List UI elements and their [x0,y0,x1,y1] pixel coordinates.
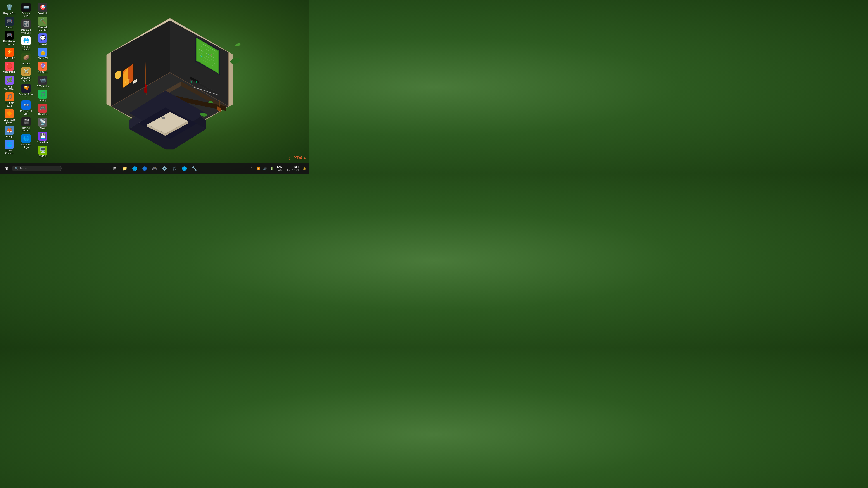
clock[interactable]: 13:1 16/12/2024 [285,164,301,173]
download-icon: ⬇ [304,156,306,160]
taskbar-icon-steam-tb[interactable]: 🎮 [150,164,159,173]
desktop-icon-riot-client[interactable]: 🎮Riot Client [34,103,51,117]
taskbar-left: ⊞ 🔍 Search [2,164,62,173]
svg-marker-12 [128,64,133,84]
desktop-icon-obs[interactable]: 📹OBS Studio [34,75,51,89]
taskbar: ⊞ 🔍 Search ⊞📁🌐🔵🎮⚙️🎵🌐🔧 ^ 📶 🔊 🔋 ENG GA 13:… [0,163,309,174]
icon-label-sidequest: SideQuest [37,71,48,74]
icon-img-asio4all: 🎛️ [22,20,31,29]
icon-label-brotato: Brotato [22,62,30,65]
icon-img-google-chrome: 🌐 [22,36,31,45]
icon-label-asio4all: ASIO4ALL Web Site [19,29,33,34]
icon-label-faceit: FACEIT AC [4,57,15,60]
icon-label-ms-edge: Microsoft Edge [19,144,33,149]
svg-point-57 [235,42,241,47]
icon-label-riot-client: Riot Client [37,113,48,116]
xda-text: XDA [294,156,303,160]
xda-watermark: ⬚ XDA ⬇ [289,155,306,161]
icon-label-obs: OBS Studio [37,85,49,88]
icon-img-floorp: 🦊 [5,126,14,135]
icon-img-brotato: 🥔 [22,53,31,62]
icon-img-steam: 🎮 [5,17,14,26]
desktop-icon-asio4all[interactable]: 🎛️ASIO4ALL Web Site [18,19,34,35]
icon-label-discord: Discord [39,43,46,46]
desktop-icon-deadlock[interactable]: 🎯Deadlock [34,2,51,16]
battery-icon[interactable]: 🔋 [269,165,275,172]
desktop-icon-fl-studio[interactable]: 🎵FL Studio 2024 [1,91,18,108]
icon-img-valorant: 🔴 [5,62,14,70]
icon-img-league-of-legends: ⚔️ [22,67,31,76]
clock-time: 13:1 [294,165,299,169]
desktop-icon-valorant[interactable]: 🔴VALORANT [1,61,18,75]
taskbar-icon-chrome-tb2[interactable]: 🌐 [180,164,189,173]
language-region: GA [278,169,282,172]
taskbar-icon-file-explorer[interactable]: ⊞ [110,164,119,173]
icon-label-nordvpn: NordVPN [38,57,48,60]
icon-img-fl-studio: 🎵 [5,92,14,101]
notification-chevron[interactable]: ^ [249,164,254,173]
icon-label-lively: Lively Wallpaper [2,85,17,91]
taskbar-icon-edge-tb[interactable]: 🔵 [140,164,149,173]
icon-img-riot-client: 🎮 [38,103,47,113]
desktop-icon-floorp[interactable]: 🦊Floorp [1,125,18,139]
start-button[interactable]: ⊞ [2,164,11,173]
taskbar-icon-chrome-tb[interactable]: 🌐 [130,164,139,173]
taskbar-icon-folder[interactable]: 📁 [120,164,129,173]
taskbar-icon-spotify-tb[interactable]: 🎵 [170,164,179,173]
icon-img-recycle-bin: 🗑️ [5,3,14,12]
icon-img-faceit: ⚡ [5,48,14,57]
language-indicator[interactable]: ENG GA [276,165,284,172]
svg-marker-5 [106,52,111,106]
desktop-icon-adam-chrome[interactable]: 🌐Adam - Chrome [1,139,18,156]
desktop-icon-google-chrome[interactable]: 🌐Google Chrome [18,35,34,52]
icon-label-fl-studio: FL Studio 2024 [2,102,17,107]
icon-img-glorious-core: ⌨️ [22,3,31,12]
icon-label-steam: Steam [6,26,13,29]
desktop-icon-tixati[interactable]: 📡Tixati [34,117,51,131]
desktop-icon-epic-games[interactable]: 🎮Epic Games Launcher [1,30,18,47]
desktop-icon-nvidia[interactable]: 🖥️NVIDIA [34,145,51,159]
language-text: ENG [277,165,283,168]
icon-img-ms-edge: 🌐 [22,134,31,143]
search-icon: 🔍 [15,167,18,170]
icon-label-adam-chrome: Adam - Chrome [2,149,17,155]
desktop-icon-discord[interactable]: 💬Discord [34,33,51,47]
desktop-icons-container: 🗑️Recycle Bin🎮Steam🎮Epic Games Launcher⚡… [0,0,36,163]
icon-img-minecraft: ⛏️ [38,17,47,26]
desktop-icon-ms-edge[interactable]: 🌐Microsoft Edge [18,133,34,150]
wallpaper-centerpiece: △ ○ ✕ □ 13:13 [93,18,247,150]
desktop-icon-minecraft[interactable]: ⛏️Minecraft Launcher [34,16,51,33]
network-icon[interactable]: 📶 [255,165,261,172]
icon-img-lively: 🌿 [5,75,14,85]
taskbar-right: ^ 📶 🔊 🔋 ENG GA 13:1 16/12/2024 🔔 [249,164,307,173]
notification-center-button[interactable]: 🔔 [302,164,307,173]
search-bar[interactable]: 🔍 Search [12,165,62,171]
icon-img-meta-quest: 👓 [22,100,31,110]
desktop-icon-brotato[interactable]: 🥔Brotato [18,52,34,66]
desktop-icon-davinci[interactable]: 🎬DaVinci Resolve [18,116,34,133]
icon-label-spotify: Spotify [39,99,46,102]
desktop-icon-sidequest[interactable]: 🔮SideQuest [34,61,51,75]
icon-img-adam-chrome: 🌐 [5,140,14,149]
desktop-icon-lively[interactable]: 🌿Lively Wallpaper [1,75,18,91]
icon-label-deadlock: Deadlock [38,12,48,15]
desktop-icon-spotify[interactable]: 🎵Spotify [34,89,51,103]
icon-label-epic-games: Epic Games Launcher [2,40,17,46]
icon-label-recycle-bin: Recycle Bin [3,12,16,15]
volume-icon[interactable]: 🔊 [262,165,268,172]
desktop-icon-recycle-bin[interactable]: 🗑️Recycle Bin [1,2,18,16]
desktop-icon-league-of-legends[interactable]: ⚔️League of Legends [18,66,34,83]
desktop-icon-meta-quest[interactable]: 👓Meta Quest Link [18,99,34,116]
desktop-icon-vlc[interactable]: 🔶VLC media player [1,108,18,125]
desktop-icon-steam[interactable]: 🎮Steam [1,16,18,30]
icon-label-meta-quest: Meta Quest Link [19,110,33,115]
icon-img-vlc: 🔶 [5,109,14,118]
desktop-icon-nordvpn[interactable]: 🔒NordVPN [34,47,51,61]
desktop-icon-counter-strike[interactable]: 🔫Counter-Strike 2 [18,83,34,99]
desktop-icon-glorious-core[interactable]: ⌨️Glorious CORE [18,2,34,19]
taskbar-icon-gear-tb[interactable]: 🔧 [190,164,199,173]
icon-img-epic-games: 🎮 [5,31,14,40]
taskbar-icon-settings-tb[interactable]: ⚙️ [160,164,169,173]
desktop-icon-faceit[interactable]: ⚡FACEIT AC [1,47,18,61]
desktop-icon-spacedrive[interactable]: 💾Spacedrive [34,131,51,145]
